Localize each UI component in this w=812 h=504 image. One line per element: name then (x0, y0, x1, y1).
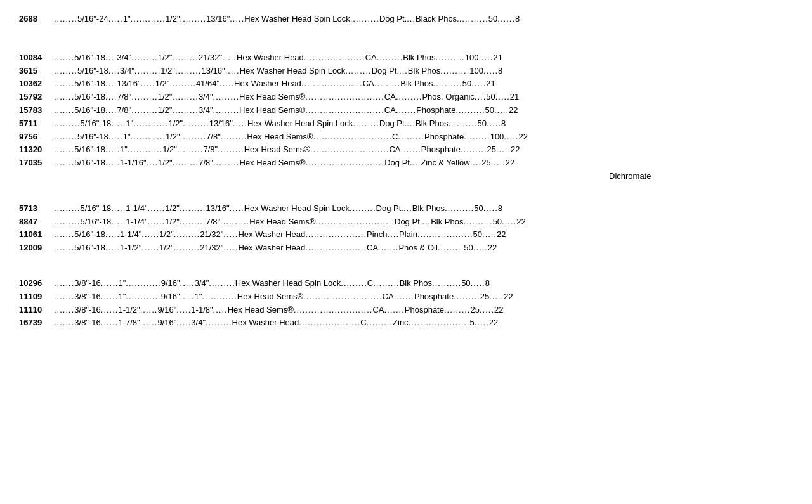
finish: Phos. Organic (422, 91, 474, 104)
length: 1-1/16" (120, 157, 146, 170)
table-row: 9756 ........ 5/16"-18 ..... 1" ........… (19, 131, 793, 144)
head-type: Hex Head Sems® (228, 304, 294, 317)
qty: 25 (481, 157, 490, 170)
num2: 8 (485, 277, 490, 290)
od: 3/4" (195, 277, 209, 290)
qty: 50 (493, 216, 502, 229)
qty: 25 (480, 290, 489, 304)
driver: 1/2" (155, 77, 170, 91)
thread: 5/16"-18 (74, 143, 105, 157)
od: 13/16" (201, 65, 225, 78)
part-number: 11109 (19, 290, 54, 304)
point: CA (383, 290, 394, 304)
thread: 5/16"-18 (74, 228, 105, 242)
length: 1" (118, 290, 126, 304)
qty: 25 (470, 304, 479, 317)
length: 1" (123, 131, 131, 144)
head-type: Hex Washer Head Spin Lock (235, 277, 341, 290)
thread: 5/16"-18 (74, 242, 105, 255)
num2: 21 (493, 51, 502, 65)
driver: 1/2" (166, 13, 180, 26)
point: CA (363, 77, 374, 91)
qty: 50 (464, 242, 473, 255)
driver: 1/2" (158, 157, 173, 170)
length: 7/8" (117, 104, 131, 117)
length: 7/8" (117, 91, 131, 104)
qty: 25 (487, 143, 496, 157)
point: Dog Pt. (372, 65, 399, 78)
driver: 1/2" (158, 51, 173, 65)
finish: Zinc & Yellow (421, 157, 469, 170)
num2: 8 (498, 202, 502, 216)
point: Dog Pt. (376, 202, 403, 216)
point: CA (384, 91, 396, 104)
section-2: 10084 ....... 5/16"-18 .... 3/4" .......… (19, 51, 793, 183)
driver: 1/2" (166, 131, 180, 144)
thread: 3/8"-16 (74, 304, 100, 317)
driver: 1/2" (158, 104, 173, 117)
head-type: Hex Washer Head Spin Lock (247, 117, 353, 131)
od: 3/4" (199, 91, 213, 104)
part-number: 11320 (19, 143, 54, 157)
od: 3/4" (199, 104, 213, 117)
thread: 5/16"-18 (81, 117, 112, 131)
num2: 8 (515, 13, 520, 26)
finish: Blk Phos (412, 202, 445, 216)
section-top: 2688 ........ 5/16"-24 ..... 1" ........… (19, 13, 793, 26)
head-type: Hex Washer Head Spin Lock (240, 65, 345, 78)
qty: 50 (486, 91, 495, 104)
point: CA (372, 304, 384, 317)
part-number: 10084 (19, 51, 54, 65)
table-row: 3615 ........ 5/16"-18 .... 3/4" .......… (19, 65, 793, 78)
num2: 22 (511, 143, 520, 157)
num2: 22 (516, 216, 525, 229)
od: 41/64" (196, 77, 219, 91)
table-row: 11109 ....... 3/8"-16 ...... 1" ........… (19, 290, 793, 304)
finish: Phos & Oil (398, 242, 437, 255)
part-number: 3615 (19, 65, 54, 78)
table-row: 11320 ....... 5/16"-18 ..... 1" ........… (19, 143, 793, 157)
driver: 1/2" (165, 202, 180, 216)
od: 13/16" (209, 117, 233, 131)
od: 13/16" (206, 202, 229, 216)
table-row: 5711 ......... 5/16"-18 ..... 1" .......… (19, 117, 793, 131)
section-3: 5713 ......... 5/16"-18 ..... 1-1/4" ...… (19, 202, 793, 255)
finish: Blk Phos (400, 77, 433, 91)
thread: 5/16"-18 (77, 65, 108, 78)
thread: 5/16"-18 (74, 104, 105, 117)
part-number: 12009 (19, 242, 54, 255)
thread: 5/16"-18 (81, 216, 112, 229)
length: 13/16" (117, 77, 140, 91)
part-number: 10362 (19, 77, 54, 91)
finish-line2: Dichromate (19, 170, 793, 183)
thread: 3/8"-16 (74, 277, 100, 290)
part-number: 15792 (19, 91, 54, 104)
part-number: 8847 (19, 216, 54, 229)
num2: 8 (501, 117, 506, 131)
table-row: 15783 ....... 5/16"-18 .... 7/8" .......… (19, 104, 793, 117)
finish: Phosphate (424, 131, 464, 144)
length: 1" (120, 143, 128, 157)
qty: 50 (473, 228, 482, 242)
head-type: Hex Washer Head Spin Lock (244, 13, 350, 26)
table-row: 10296 ....... 3/8"-16 ...... 1" ........… (19, 277, 793, 290)
driver: 9/16" (161, 277, 180, 290)
part-number: 17035 (19, 157, 54, 170)
num2: 22 (509, 104, 518, 117)
qty: 50 (462, 77, 471, 91)
num2: 21 (510, 91, 519, 104)
head-type: Hex Washer Head (237, 51, 304, 65)
qty: 50 (485, 104, 494, 117)
finish: Phosphate (414, 290, 454, 304)
thread: 5/16"-18 (77, 131, 108, 144)
thread: 5/16"-18 (74, 157, 105, 170)
point: C (367, 277, 373, 290)
point: CA (365, 51, 377, 65)
length: 1-1/2" (118, 304, 140, 317)
driver: 1/2" (169, 117, 183, 131)
length: 1-7/8" (118, 316, 140, 330)
point: CA (389, 143, 400, 157)
driver: 9/16" (161, 290, 180, 304)
length: 1-1/4" (126, 216, 147, 229)
finish: Phosphate (405, 304, 444, 317)
